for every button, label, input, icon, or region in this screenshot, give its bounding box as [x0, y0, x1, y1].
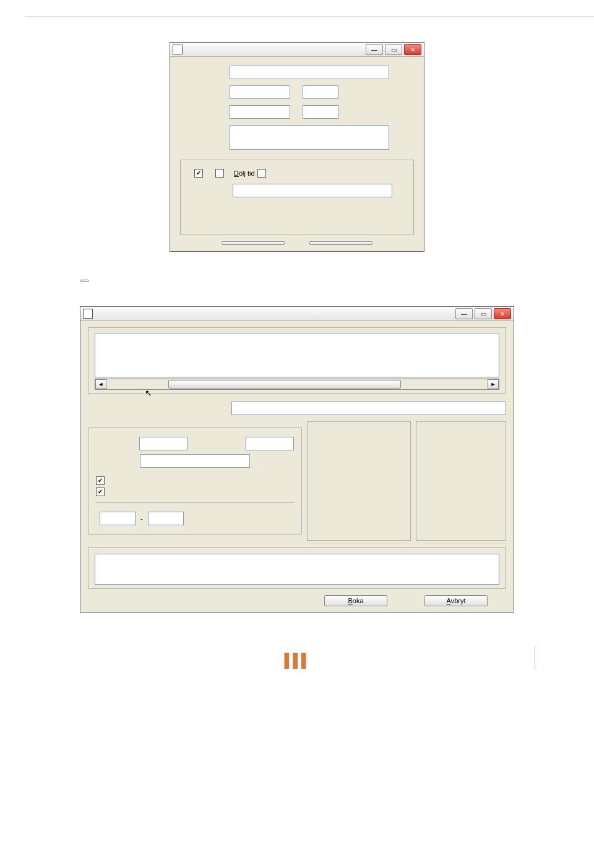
- titlebar[interactable]: — ▭ ✕: [80, 307, 514, 321]
- till-time-input[interactable]: [303, 105, 338, 119]
- titlebar[interactable]: — ▭ ✕: [170, 43, 424, 57]
- label: Dölj tid: [234, 170, 255, 177]
- minimize-button[interactable]: —: [366, 44, 383, 55]
- till-date-input[interactable]: [230, 105, 290, 119]
- mid-paragraph: [80, 273, 514, 288]
- footer-logo-icon: ▌▌▌: [285, 653, 310, 669]
- avbryt-button[interactable]: [309, 241, 372, 245]
- scroll-thumb[interactable]: [168, 380, 401, 389]
- startvecka-input[interactable]: [139, 437, 187, 450]
- scroll-right-button[interactable]: ►: [488, 379, 499, 389]
- maximize-button[interactable]: ▭: [475, 308, 492, 319]
- boka-upptagna-checkbox[interactable]: ✔: [96, 488, 284, 496]
- boka-helgdagar-checkbox[interactable]: ✔: [96, 476, 284, 485]
- close-button[interactable]: ✕: [404, 44, 421, 55]
- app-icon: [173, 45, 183, 54]
- kyrklig-helgdag-checkbox[interactable]: ✔: [192, 169, 203, 178]
- header-rule: [0, 16, 594, 17]
- rep-bokn-button-inline[interactable]: [80, 280, 89, 282]
- ok-button[interactable]: [222, 241, 285, 245]
- tidstext-input[interactable]: [233, 184, 392, 197]
- boka-button[interactable]: Boka: [324, 595, 387, 606]
- tid-from-input[interactable]: [100, 512, 136, 525]
- avbryt-button[interactable]: Avbryt: [424, 595, 488, 606]
- tid-to-input[interactable]: [148, 512, 184, 525]
- close-button[interactable]: ✕: [494, 308, 511, 319]
- noteringar-textarea[interactable]: [230, 125, 389, 150]
- dialog-snabbokning: — ▭ ✕ ✔: [170, 42, 424, 252]
- fran-date-input[interactable]: [230, 85, 290, 99]
- resurser-list[interactable]: ↖: [95, 333, 499, 377]
- titel-input[interactable]: [230, 66, 389, 79]
- dialog-repeterande-bokning: — ▭ ✕ ↖ ◄ ►: [80, 306, 514, 613]
- date-range-display: [140, 454, 250, 468]
- minimize-button[interactable]: —: [455, 308, 473, 319]
- slutvecka-input[interactable]: [246, 437, 294, 450]
- titel-input[interactable]: [231, 402, 506, 415]
- page-header: [0, 0, 594, 16]
- scroll-left-button[interactable]: ◄: [95, 379, 106, 389]
- cursor-icon: ↖: [145, 388, 152, 398]
- scrollbar-horizontal[interactable]: ◄ ►: [95, 379, 499, 390]
- sluttid-checkbox[interactable]: [213, 169, 224, 178]
- noteringar-textarea[interactable]: [95, 554, 499, 585]
- fran-time-input[interactable]: [303, 85, 338, 99]
- maximize-button[interactable]: ▭: [385, 44, 402, 55]
- dolj-tid-checkbox[interactable]: Dölj tid: [234, 169, 266, 178]
- app-icon: [83, 309, 93, 319]
